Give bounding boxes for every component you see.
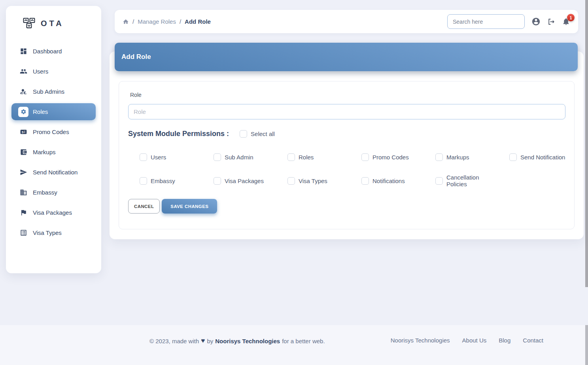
permission-checkbox[interactable] [214, 153, 221, 161]
heart-icon: ♥ [201, 337, 205, 345]
wallet-icon [18, 147, 28, 157]
sidebar-item-label: Embassy [33, 189, 57, 196]
building-icon [18, 187, 28, 198]
permission-label: Visa Types [299, 178, 327, 184]
keyboard-logo-icon [23, 16, 36, 31]
sidebar-item-roles[interactable]: Roles [11, 103, 96, 120]
permission-checkbox[interactable] [287, 153, 295, 161]
permission-label: Roles [299, 154, 314, 161]
sidebar-item-users[interactable]: Users [11, 63, 96, 80]
permission-item: Embassy [128, 173, 202, 189]
permission-checkbox[interactable] [214, 177, 221, 185]
role-field-label: Role [130, 92, 565, 98]
bell-icon[interactable]: 1 [562, 17, 570, 26]
flag-icon [18, 208, 28, 218]
breadcrumb-separator: / [180, 18, 181, 25]
sidebar-nav: Dashboard Users Sub Admins Roles 5 Promo… [6, 43, 101, 241]
sidebar-item-label: Sub Admins [33, 88, 64, 95]
permission-checkbox[interactable] [435, 153, 443, 161]
permission-checkbox[interactable] [509, 153, 517, 161]
permission-checkbox[interactable] [435, 177, 443, 185]
footer-link-blog[interactable]: Blog [499, 337, 510, 344]
select-all-checkbox[interactable] [240, 130, 247, 138]
permission-label: Visa Packages [225, 178, 264, 184]
logo: OTA [6, 6, 101, 31]
home-icon[interactable] [123, 19, 129, 25]
list-icon [18, 228, 28, 238]
footer-link-about[interactable]: About Us [462, 337, 487, 344]
footer-link-contact[interactable]: Contact [523, 337, 543, 344]
sidebar-item-label: Users [33, 68, 48, 75]
page-header: Add Role [115, 43, 578, 71]
copyright-text: © 2023, made with [149, 338, 199, 344]
scrollbar-segment[interactable] [585, 325, 588, 365]
footer-background [0, 325, 588, 365]
gear-icon [18, 107, 28, 117]
footer-copyright: © 2023, made with ♥ by Noorisys Technolo… [149, 337, 325, 345]
sidebar-item-embassy[interactable]: Embassy [11, 184, 96, 201]
cancel-button[interactable]: CANCEL [128, 199, 160, 214]
sidebar-item-promo-codes[interactable]: 5 Promo Codes [11, 123, 96, 140]
search-input[interactable] [447, 14, 525, 29]
footer-link-company[interactable]: Noorisys Technologies [391, 337, 450, 344]
add-role-form: Role System Module Permissions : Select … [119, 81, 575, 229]
notification-badge: 1 [567, 14, 575, 21]
promo-code-icon: 5 [18, 127, 28, 137]
content-card: Role System Module Permissions : Select … [110, 51, 584, 239]
permission-label: Send Notification [520, 154, 565, 161]
permission-label: Users [151, 154, 166, 161]
breadcrumb-separator: / [132, 18, 134, 25]
sidebar-item-sub-admins[interactable]: Sub Admins [11, 83, 96, 100]
footer-links: Noorisys Technologies About Us Blog Cont… [391, 337, 543, 344]
permission-label: Embassy [151, 178, 175, 184]
permission-item: Visa Types [276, 173, 350, 189]
permission-item: Send Notification [498, 149, 572, 165]
permissions-heading: System Module Permissions : [128, 130, 229, 138]
admin-gear-person-icon [18, 87, 28, 97]
users-icon [18, 66, 28, 77]
permission-label: Promo Codes [372, 154, 409, 161]
select-all-label: Select all [251, 130, 275, 137]
permission-label: Markups [446, 154, 469, 161]
permission-item: Users [128, 149, 202, 165]
account-circle-icon[interactable] [531, 17, 541, 26]
permission-label: Notifications [372, 178, 405, 184]
sidebar-item-visa-packages[interactable]: Visa Packages [11, 204, 96, 221]
sidebar-item-markups[interactable]: Markups [11, 144, 96, 161]
svg-text:5: 5 [21, 130, 23, 134]
copyright-text: for a better web. [282, 338, 325, 344]
page-title: Add Role [121, 53, 151, 61]
sidebar-item-send-notification[interactable]: Send Notification [11, 164, 96, 181]
company-name[interactable]: Noorisys Technologies [215, 338, 280, 344]
send-icon [18, 167, 28, 178]
sidebar-item-visa-types[interactable]: Visa Types [11, 224, 96, 241]
select-all-control: Select all [240, 130, 275, 138]
permissions-grid: Users Sub Admin Roles Promo Codes Markup… [128, 149, 575, 197]
save-changes-button[interactable]: SAVE CHANGES [162, 199, 217, 214]
sidebar: OTA Dashboard Users Sub Admins Roles [6, 6, 101, 273]
form-actions: CANCEL SAVE CHANGES [128, 199, 565, 214]
permission-checkbox[interactable] [140, 177, 147, 185]
permission-checkbox[interactable] [287, 177, 295, 185]
permission-item: Markups [424, 149, 498, 165]
topbar: / Manage Roles / Add Role 1 [115, 10, 578, 33]
topbar-actions: 1 [447, 14, 570, 29]
permission-label: Cancellation Policies [446, 174, 498, 187]
logout-icon[interactable] [547, 18, 555, 26]
permission-checkbox[interactable] [140, 153, 147, 161]
copyright-text: by [207, 338, 213, 344]
sidebar-item-dashboard[interactable]: Dashboard [11, 43, 96, 60]
sidebar-item-label: Send Notification [33, 169, 78, 176]
sidebar-item-label: Dashboard [33, 48, 62, 55]
permission-checkbox[interactable] [361, 153, 369, 161]
breadcrumb: / Manage Roles / Add Role [123, 18, 211, 25]
sidebar-item-label: Markups [33, 149, 56, 155]
breadcrumb-manage-roles[interactable]: Manage Roles [138, 18, 176, 25]
scrollbar-thumb[interactable] [585, 0, 588, 287]
permission-item: Visa Packages [202, 173, 276, 189]
permission-item: Roles [276, 149, 350, 165]
permission-checkbox[interactable] [361, 177, 369, 185]
sidebar-item-label: Visa Types [33, 229, 62, 236]
permission-item: Promo Codes [350, 149, 424, 165]
role-input[interactable] [128, 104, 565, 119]
